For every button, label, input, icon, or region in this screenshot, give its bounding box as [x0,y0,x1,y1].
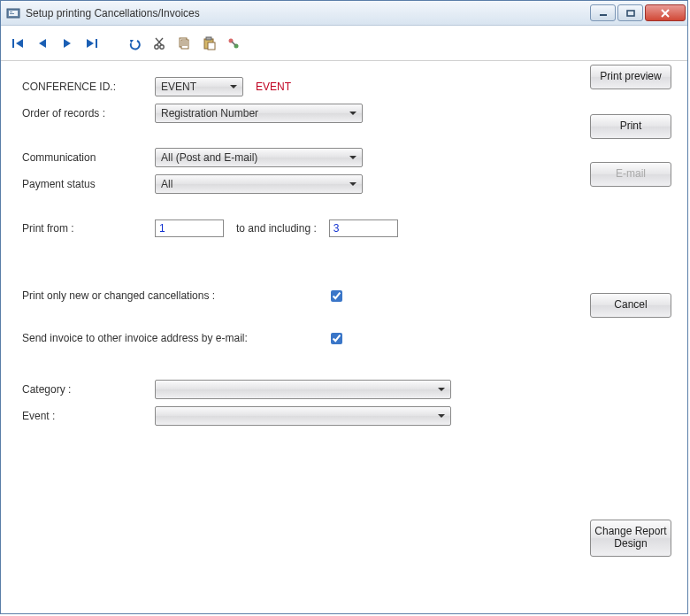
print-to-input[interactable] [329,219,398,237]
order-of-records-value: Registration Number [161,107,258,119]
next-record-icon[interactable] [59,35,75,51]
undo-icon[interactable] [126,35,142,51]
cancel-button[interactable]: Cancel [590,293,671,318]
category-select[interactable] [155,380,451,399]
svg-rect-4 [600,14,607,16]
order-of-records-label: Order of records : [22,107,155,119]
last-record-icon[interactable] [84,35,100,51]
svg-marker-12 [87,39,94,48]
svg-point-15 [155,44,158,48]
change-report-design-button[interactable]: Change Report Design [590,520,671,557]
conference-id-value: EVENT [161,81,196,93]
svg-line-17 [157,38,163,45]
toolbar [1,26,687,61]
order-of-records-select[interactable]: Registration Number [155,104,363,123]
svg-rect-3 [10,13,14,14]
cancel-label: Cancel [614,299,647,312]
payment-status-label: Payment status [22,178,155,190]
conference-id-label: CONFERENCE ID.: [22,81,155,93]
change-report-design-label: Change Report Design [594,526,667,551]
send-invoice-email-checkbox[interactable] [331,333,342,344]
conference-id-select[interactable]: EVENT [155,77,243,96]
event-label: Event : [22,410,155,422]
close-button[interactable] [645,4,686,21]
window-title: Setup printing Cancellations/Invoices [26,7,200,19]
print-label: Print [620,120,642,133]
payment-status-value: All [161,178,172,190]
communication-value: All (Post and E-mail) [161,151,257,164]
paste-icon[interactable] [201,35,217,51]
minimize-button[interactable] [590,4,616,21]
to-including-label: to and including : [236,222,317,235]
print-button[interactable]: Print [590,114,671,139]
payment-status-select[interactable]: All [155,174,363,194]
svg-line-29 [232,42,235,45]
category-label: Category : [22,383,155,396]
print-from-label: Print from : [22,222,155,235]
svg-rect-2 [10,12,12,12]
svg-rect-8 [12,39,14,48]
svg-point-16 [160,44,164,48]
communication-select[interactable]: All (Post and E-mail) [155,148,363,167]
svg-marker-10 [39,39,46,48]
svg-marker-14 [130,40,134,43]
event-select[interactable] [155,406,451,426]
cut-icon[interactable] [151,35,167,51]
maximize-button[interactable] [617,4,643,21]
communication-label: Communication [22,151,155,164]
first-record-icon[interactable] [10,35,26,51]
app-icon [6,6,20,20]
email-label: E-mail [616,168,646,181]
titlebar: Setup printing Cancellations/Invoices [1,1,687,26]
svg-marker-11 [64,39,71,48]
print-preview-label: Print preview [600,71,661,83]
send-invoice-email-label: Send invoice to other invoice address by… [22,332,327,344]
link-icon[interactable] [226,35,242,51]
svg-marker-9 [16,39,23,48]
svg-line-18 [156,38,162,45]
print-new-changed-label: Print only new or changed cancellations … [22,289,327,302]
conference-badge: EVENT [256,81,291,93]
svg-rect-5 [627,11,634,16]
svg-rect-13 [96,39,97,48]
prev-record-icon[interactable] [34,35,50,51]
email-button[interactable]: E-mail [590,162,671,187]
copy-icon[interactable] [176,35,192,51]
print-new-changed-checkbox[interactable] [331,290,342,302]
svg-rect-25 [206,37,211,40]
print-preview-button[interactable]: Print preview [590,65,671,89]
svg-rect-26 [208,42,215,50]
print-from-input[interactable] [155,219,224,237]
